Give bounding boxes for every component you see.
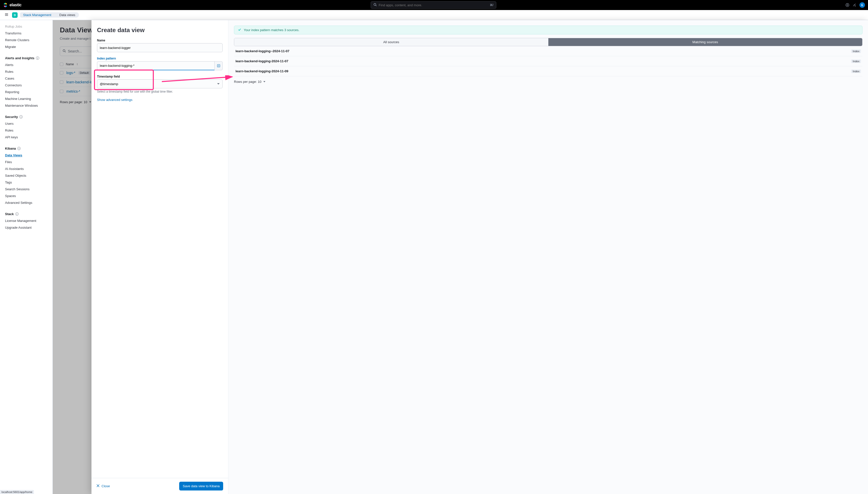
sidebar-item-remote-clusters[interactable]: Remote Clusters: [0, 37, 53, 43]
sidebar-item-license[interactable]: License Management: [0, 217, 53, 224]
group-title-stack: Stacki: [0, 211, 53, 217]
flyout-footer: Close Save data view to Kibana: [91, 478, 228, 494]
pattern-toggle-button[interactable]: [215, 61, 223, 70]
sidebar: Rollup Jobs Transforms Remote Clusters M…: [0, 20, 53, 494]
sidebar-item-tags[interactable]: Tags: [0, 179, 53, 186]
sidebar-item-data-views[interactable]: Data Views: [0, 152, 53, 159]
flyout-title: Create data view: [97, 26, 223, 34]
sidebar-item-rollup-jobs[interactable]: Rollup Jobs: [0, 23, 53, 30]
nav-toggle-icon[interactable]: [3, 12, 10, 18]
svg-point-4: [855, 6, 855, 6]
pattern-input[interactable]: [97, 61, 215, 70]
group-title-security: Securityi: [0, 113, 53, 120]
info-icon[interactable]: i: [36, 56, 39, 60]
sidebar-group-kibana: Kibanai Data Views Files AI Assistants S…: [0, 145, 53, 206]
info-icon[interactable]: i: [19, 115, 23, 118]
svg-point-0: [374, 3, 376, 5]
source-row: learn-backend-logging--2024-11-07 Index: [234, 46, 863, 56]
sidebar-item-files[interactable]: Files: [0, 159, 53, 166]
space-selector[interactable]: D: [12, 12, 18, 18]
flyout-form: Create data view Name Index pattern Time…: [91, 20, 228, 478]
sidebar-item-api-keys[interactable]: API keys: [0, 134, 53, 140]
match-message: Your index pattern matches 3 sources.: [244, 28, 299, 32]
match-alert: Your index pattern matches 3 sources.: [234, 25, 863, 34]
sidebar-group-security: Securityi Users Roles API keys: [0, 113, 53, 140]
help-icon[interactable]: [845, 3, 849, 7]
header-left: elastic: [3, 2, 22, 7]
index-badge: Index: [851, 70, 861, 73]
svg-point-2: [846, 3, 849, 7]
sidebar-item-rules[interactable]: Rules: [0, 68, 53, 75]
sidebar-item-cases[interactable]: Cases: [0, 75, 53, 82]
check-icon: [238, 28, 241, 32]
info-icon[interactable]: i: [17, 147, 21, 150]
brand-logo[interactable]: elastic: [3, 2, 22, 7]
tab-matching-sources[interactable]: Matching sources: [548, 38, 863, 46]
ts-help: Select a timestamp field for use with th…: [97, 90, 223, 93]
chevron-down-icon: [264, 81, 265, 82]
name-input[interactable]: [97, 43, 223, 52]
save-button[interactable]: Save data view to Kibana: [179, 482, 223, 491]
search-shortcut: ⌘/: [490, 3, 493, 7]
sidebar-item-spaces[interactable]: Spaces: [0, 192, 53, 199]
breadcrumbs: Stack Management Data views: [20, 12, 79, 18]
tab-all-sources[interactable]: All sources: [234, 38, 548, 46]
sidebar-item-ml[interactable]: Machine Learning: [0, 95, 53, 102]
sidebar-item-migrate[interactable]: Migrate: [0, 43, 53, 50]
sidebar-item-users[interactable]: Users: [0, 120, 53, 127]
source-name: learn-backend-logging--2024-11-07: [235, 49, 289, 53]
pattern-label: Index pattern: [97, 57, 223, 60]
ts-label: Timestamp field: [97, 75, 223, 78]
name-form-group: Name: [97, 39, 223, 52]
ts-select[interactable]: [97, 79, 223, 88]
global-search-input[interactable]: [379, 3, 488, 7]
ts-form-group: Timestamp field Select a timestamp field…: [97, 75, 223, 93]
pattern-form-group: Index pattern: [97, 57, 223, 70]
source-name: learn-backend-logging-2024-11-09: [235, 69, 288, 73]
sidebar-group-ingest: Rollup Jobs Transforms Remote Clusters M…: [0, 23, 53, 50]
close-button[interactable]: Close: [96, 484, 110, 488]
source-list: learn-backend-logging--2024-11-07 Index …: [234, 46, 863, 76]
elastic-logo-icon: [3, 2, 8, 7]
close-icon: [96, 484, 100, 488]
breadcrumb-data-views[interactable]: Data views: [55, 12, 79, 18]
source-row: learn-backend-logging-2024-11-09 Index: [234, 66, 863, 76]
sidebar-item-advanced-settings[interactable]: Advanced Settings: [0, 199, 53, 206]
source-row: learn-backend-logging-2024-11-07 Index: [234, 56, 863, 66]
header-right: E: [845, 2, 865, 8]
group-title-alerts: Alerts and Insightsi: [0, 55, 53, 61]
breadcrumb-stack-management[interactable]: Stack Management: [20, 12, 55, 18]
status-bar-url: localhost:5601/app/home: [0, 490, 34, 494]
sidebar-item-ai-assistants[interactable]: AI Assistants: [0, 166, 53, 172]
create-data-view-flyout: Create data view Name Index pattern Time…: [91, 20, 868, 494]
sidebar-item-maintenance[interactable]: Maintenance Windows: [0, 102, 53, 109]
header-center: ⌘/: [22, 1, 845, 9]
rows-per-page-sources[interactable]: Rows per page: 10: [234, 76, 863, 83]
sidebar-item-roles[interactable]: Roles: [0, 127, 53, 134]
source-tabs: All sources Matching sources: [234, 38, 863, 46]
sidebar-item-saved-objects[interactable]: Saved Objects: [0, 172, 53, 179]
flyout-sources-panel: Your index pattern matches 3 sources. Al…: [229, 20, 868, 494]
ts-select-wrap: [97, 79, 223, 88]
index-badge: Index: [851, 59, 861, 63]
sidebar-item-transforms[interactable]: Transforms: [0, 30, 53, 37]
sidebar-item-reporting[interactable]: Reporting: [0, 89, 53, 95]
svg-point-3: [847, 4, 848, 5]
breadcrumb-bar: D Stack Management Data views: [0, 10, 868, 20]
pattern-input-wrap: [97, 61, 223, 70]
sidebar-item-upgrade[interactable]: Upgrade Assistant: [0, 224, 53, 231]
name-label: Name: [97, 39, 223, 42]
sidebar-item-alerts[interactable]: Alerts: [0, 61, 53, 68]
global-search[interactable]: ⌘/: [371, 1, 496, 9]
sidebar-item-search-sessions[interactable]: Search Sessions: [0, 186, 53, 192]
svg-rect-10: [217, 64, 220, 67]
brand-text: elastic: [10, 3, 22, 7]
index-badge: Index: [851, 50, 861, 53]
source-name: learn-backend-logging-2024-11-07: [235, 59, 288, 63]
newsfeed-icon[interactable]: [852, 3, 856, 7]
info-icon[interactable]: i: [15, 212, 19, 216]
sidebar-item-connectors[interactable]: Connectors: [0, 82, 53, 89]
user-avatar[interactable]: E: [860, 2, 865, 8]
sidebar-group-stack: Stacki License Management Upgrade Assist…: [0, 211, 53, 231]
show-advanced-link[interactable]: Show advanced settings: [97, 98, 223, 102]
